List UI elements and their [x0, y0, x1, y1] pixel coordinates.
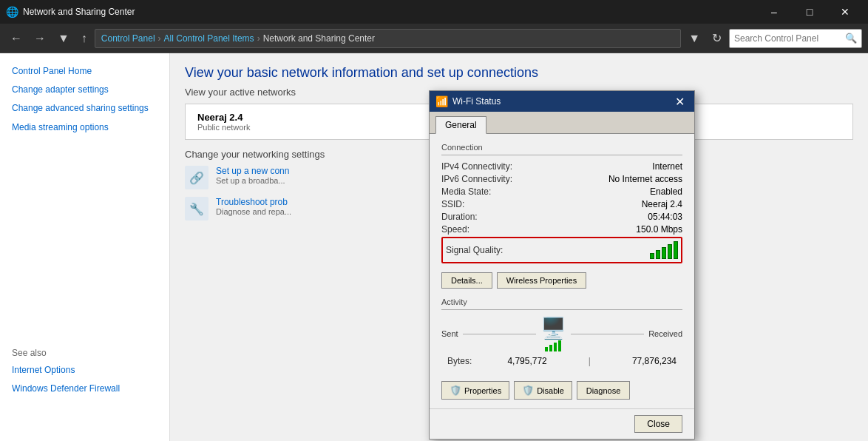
act-bar-3 — [554, 343, 557, 351]
search-icon: 🔍 — [845, 33, 857, 44]
footer-main-actions: 🛡️ Properties 🛡️ Disable Diagnose — [430, 375, 694, 403]
details-button[interactable]: Details... — [441, 272, 492, 289]
info-row-duration: Duration: 05:44:03 — [441, 212, 682, 222]
app-icon: 🌐 — [6, 6, 18, 18]
maximize-button[interactable]: □ — [793, 0, 827, 24]
info-row-ipv6: IPv6 Connectivity: No Internet access — [441, 174, 682, 184]
received-line — [571, 334, 644, 334]
wifi-icon: 📶 — [435, 95, 448, 107]
duration-value: 05:44:03 — [648, 212, 682, 222]
bytes-received: 77,876,234 — [632, 356, 677, 366]
dialog-body: Connection IPv4 Connectivity: Internet I… — [430, 134, 694, 375]
sent-line — [463, 334, 536, 334]
breadcrumb-all-items[interactable]: All Control Panel Items — [164, 33, 254, 44]
connection-section-title: Connection — [441, 143, 682, 152]
forward-button[interactable]: → — [30, 29, 50, 48]
activity-section: Activity Sent 🖥️ — [441, 297, 682, 366]
close-button[interactable]: ✕ — [828, 0, 862, 24]
activity-signal — [545, 340, 561, 351]
sidebar-item-firewall[interactable]: Windows Defender Firewall — [12, 380, 158, 398]
close-dialog-button[interactable]: Close — [634, 415, 682, 433]
sidebar-nav: Control Panel Home Change adapter settin… — [0, 62, 169, 137]
minimize-button[interactable]: – — [757, 0, 791, 24]
wireless-properties-button[interactable]: Wireless Properties — [497, 272, 586, 289]
act-bar-4 — [558, 340, 561, 351]
received-label: Received — [648, 329, 682, 338]
info-row-media: Media State: Enabled — [441, 186, 682, 197]
see-also-title: See also — [12, 348, 158, 358]
dropdown-button[interactable]: ▼ — [684, 29, 705, 48]
breadcrumb-current: Network and Sharing Center — [263, 33, 375, 44]
dialog-action-row: Details... Wireless Properties — [441, 269, 682, 289]
disable-button[interactable]: 🛡️ Disable — [514, 381, 572, 400]
bytes-sep: | — [589, 356, 591, 366]
signal-bar-4 — [668, 244, 672, 259]
computer-icon: 🖥️ — [540, 316, 566, 340]
info-row-ssid: SSID: Neeraj 2.4 — [441, 199, 682, 209]
main-container: Control Panel Home Change adapter settin… — [0, 53, 868, 441]
sidebar: Control Panel Home Change adapter settin… — [0, 53, 170, 441]
refresh-button[interactable]: ↻ — [708, 28, 726, 48]
disable-shield-icon: 🛡️ — [522, 385, 534, 396]
dialog-title-bar: 📶 Wi-Fi Status ✕ — [430, 91, 694, 112]
up-button[interactable]: ↑ — [77, 29, 92, 48]
sidebar-item-home[interactable]: Control Panel Home — [0, 62, 169, 81]
diagnose-button[interactable]: Diagnose — [577, 381, 630, 400]
ssid-value: Neeraj 2.4 — [642, 199, 682, 209]
signal-bars — [650, 241, 678, 259]
search-box[interactable]: 🔍 — [729, 29, 862, 48]
signal-bar-1 — [650, 253, 654, 259]
sidebar-item-sharing[interactable]: Change advanced sharing settings — [0, 99, 169, 118]
signal-bar-2 — [656, 250, 660, 259]
info-row-ipv4: IPv4 Connectivity: Internet — [441, 161, 682, 172]
properties-button[interactable]: 🛡️ Properties — [441, 381, 509, 400]
info-row-speed: Speed: 150.0 Mbps — [441, 224, 682, 235]
content-area: View your basic network information and … — [170, 53, 868, 441]
disable-label: Disable — [537, 386, 564, 395]
breadcrumb: Control Panel › All Control Panel Items … — [95, 29, 681, 48]
signal-bar-5 — [674, 241, 678, 259]
wifi-status-dialog: 📶 Wi-Fi Status ✕ General Connection IPv4… — [429, 90, 695, 440]
sidebar-item-adapter[interactable]: Change adapter settings — [0, 81, 169, 99]
properties-label: Properties — [464, 386, 501, 395]
dialog-close-icon[interactable]: ✕ — [671, 92, 688, 110]
properties-shield-icon: 🛡️ — [450, 385, 461, 396]
connection-divider — [441, 155, 682, 155]
activity-divider — [441, 309, 682, 310]
ipv4-value: Internet — [652, 161, 682, 172]
duration-label: Duration: — [441, 212, 478, 222]
window-controls: – □ ✕ — [757, 0, 862, 24]
breadcrumb-control-panel[interactable]: Control Panel — [101, 33, 155, 44]
back-button[interactable]: ← — [6, 29, 27, 48]
dialog-footer: Close — [430, 408, 694, 439]
ssid-label: SSID: — [441, 199, 464, 209]
tab-general[interactable]: General — [435, 116, 486, 134]
bytes-label: Bytes: — [447, 356, 472, 366]
activity-title: Activity — [441, 297, 682, 306]
search-input[interactable] — [734, 33, 845, 44]
window-title: Network and Sharing Center — [23, 7, 757, 17]
signal-quality-label: Signal Quality: — [446, 245, 503, 255]
computer-with-signal: 🖥️ — [540, 316, 566, 351]
sidebar-item-internet-options[interactable]: Internet Options — [12, 361, 158, 380]
recent-button[interactable]: ▼ — [53, 29, 74, 48]
ipv6-value: No Internet access — [608, 174, 682, 184]
bytes-row: Bytes: 4,795,772 | 77,876,234 — [441, 356, 682, 366]
dialog-overlay: 📶 Wi-Fi Status ✕ General Connection IPv4… — [170, 53, 868, 441]
act-bar-2 — [549, 345, 552, 351]
activity-visual: Sent 🖥️ — [441, 316, 682, 351]
signal-quality-row: Signal Quality: — [441, 237, 682, 263]
ipv6-label: IPv6 Connectivity: — [441, 174, 512, 184]
address-bar: ← → ▼ ↑ Control Panel › All Control Pane… — [0, 24, 868, 53]
media-value: Enabled — [650, 186, 682, 197]
speed-value: 150.0 Mbps — [636, 224, 682, 235]
sidebar-item-media[interactable]: Media streaming options — [0, 118, 169, 137]
bytes-sent: 4,795,772 — [507, 356, 546, 366]
dialog-tabs: General — [430, 112, 694, 134]
speed-label: Speed: — [441, 224, 469, 235]
signal-bar-3 — [662, 247, 666, 259]
title-bar: 🌐 Network and Sharing Center – □ ✕ — [0, 0, 868, 24]
sent-label: Sent — [441, 329, 458, 338]
media-label: Media State: — [441, 186, 491, 197]
dialog-title: Wi-Fi Status — [452, 96, 671, 107]
